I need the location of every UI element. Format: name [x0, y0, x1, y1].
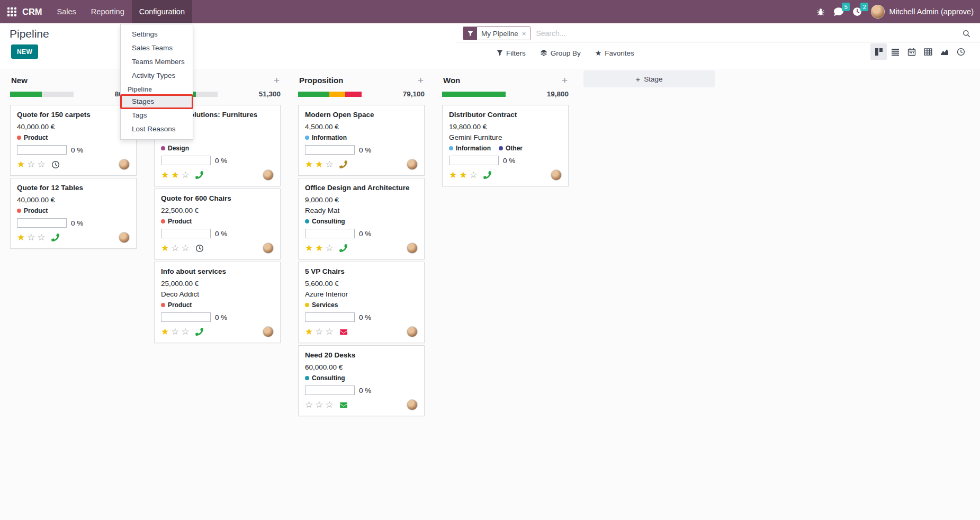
star-icon[interactable]: ☆	[182, 171, 190, 180]
apps-grid-icon[interactable]	[7, 7, 16, 16]
avatar[interactable]	[119, 232, 130, 243]
messages-icon[interactable]: 5	[834, 7, 843, 16]
star-icon[interactable]: ☆	[38, 233, 46, 242]
nav-item-configuration[interactable]: Configuration	[132, 0, 192, 23]
progressbar-segment[interactable]	[10, 92, 42, 97]
view-calendar-button[interactable]	[903, 43, 920, 60]
star-icon[interactable]: ★	[17, 233, 25, 242]
avatar[interactable]	[407, 159, 418, 170]
probability-input[interactable]	[305, 229, 355, 238]
add-stage-button[interactable]: + Stage	[583, 70, 715, 87]
column-progressbar[interactable]	[10, 92, 74, 97]
phone-icon[interactable]	[51, 234, 59, 241]
star-icon[interactable]: ☆	[326, 244, 334, 253]
menu-item-stages[interactable]: Stages	[121, 95, 193, 109]
app-name[interactable]: CRM	[22, 7, 42, 17]
avatar[interactable]	[263, 243, 274, 254]
avatar[interactable]	[263, 326, 274, 337]
probability-input[interactable]	[449, 156, 499, 165]
progressbar-segment[interactable]	[345, 92, 362, 97]
star-icon[interactable]: ☆	[326, 327, 334, 336]
avatar[interactable]	[551, 169, 562, 181]
star-icon[interactable]: ☆	[27, 160, 35, 169]
search-bar[interactable]: My Pipeline ×	[455, 25, 980, 42]
kanban-card[interactable]: Modern Open Space 4,500.00 € Information…	[298, 105, 425, 176]
star-icon[interactable]: ☆	[315, 327, 323, 336]
view-kanban-button[interactable]	[870, 43, 887, 60]
kanban-card[interactable]: Quote for 600 Chairs 22,500.00 € Product…	[154, 189, 281, 259]
star-icon[interactable]: ★	[161, 171, 169, 180]
probability-input[interactable]	[161, 229, 211, 238]
progressbar-segment[interactable]	[329, 92, 345, 97]
phone-icon[interactable]	[339, 160, 347, 168]
star-icon[interactable]: ★	[17, 160, 25, 169]
star-icon[interactable]: ☆	[171, 327, 179, 336]
avatar[interactable]	[119, 159, 130, 170]
kanban-card[interactable]: Distributor Contract 19,800.00 € Gemini …	[442, 105, 569, 186]
probability-input[interactable]	[17, 218, 67, 228]
view-pivot-button[interactable]	[920, 43, 936, 60]
star-icon[interactable]: ★	[315, 244, 323, 253]
favorites-button[interactable]: ★ Favorites	[595, 49, 634, 57]
new-button[interactable]: NEW	[11, 44, 38, 59]
star-icon[interactable]: ★	[449, 171, 457, 180]
phone-icon[interactable]	[483, 171, 491, 179]
star-icon[interactable]: ☆	[470, 171, 478, 180]
group-by-button[interactable]: Group By	[540, 49, 581, 57]
kanban-card[interactable]: Need 20 Desks 60,000.00 € Consulting 0 %…	[298, 345, 425, 416]
probability-input[interactable]	[161, 156, 211, 165]
filters-button[interactable]: Filters	[497, 49, 526, 57]
phone-icon[interactable]	[195, 328, 203, 336]
nav-item-sales[interactable]: Sales	[50, 0, 84, 23]
kanban-card[interactable]: Info about services 25,000.00 € Deco Add…	[154, 262, 281, 343]
clock-icon[interactable]	[51, 160, 60, 169]
menu-item-sales-teams[interactable]: Sales Teams	[121, 41, 193, 55]
star-icon[interactable]: ☆	[326, 400, 334, 409]
star-icon[interactable]: ☆	[315, 400, 323, 409]
menu-item-activity-types[interactable]: Activity Types	[121, 69, 193, 83]
add-record-icon[interactable]: +	[562, 75, 568, 85]
kanban-card[interactable]: Office Design and Architecture 9,000.00 …	[298, 178, 425, 259]
progressbar-segment[interactable]	[442, 92, 506, 97]
clock-icon[interactable]	[195, 244, 204, 253]
probability-input[interactable]	[305, 145, 355, 155]
star-icon[interactable]: ★	[305, 327, 313, 336]
star-icon[interactable]: ☆	[305, 400, 313, 409]
star-icon[interactable]: ★	[161, 327, 169, 336]
star-icon[interactable]: ★	[315, 160, 323, 169]
menu-item-teams-members[interactable]: Teams Members	[121, 55, 193, 69]
star-icon[interactable]: ☆	[38, 160, 46, 169]
star-icon[interactable]: ★	[171, 171, 179, 180]
phone-icon[interactable]	[339, 244, 347, 252]
kanban-card[interactable]: Quote for 12 Tables 40,000.00 € Product …	[10, 178, 137, 249]
view-list-button[interactable]	[887, 43, 903, 60]
probability-input[interactable]	[305, 385, 355, 395]
nav-item-reporting[interactable]: Reporting	[84, 0, 132, 23]
star-icon[interactable]: ★	[459, 171, 467, 180]
avatar[interactable]	[407, 243, 418, 254]
facet-remove-icon[interactable]: ×	[522, 30, 526, 38]
star-icon[interactable]: ☆	[171, 244, 179, 253]
phone-icon[interactable]	[195, 171, 203, 179]
add-record-icon[interactable]: +	[274, 75, 280, 85]
menu-item-lost-reasons[interactable]: Lost Reasons	[121, 122, 193, 136]
probability-input[interactable]	[17, 145, 67, 155]
search-input[interactable]	[536, 29, 963, 38]
search-icon[interactable]	[963, 30, 970, 38]
envelope-icon[interactable]	[339, 401, 348, 409]
star-icon[interactable]: ★	[305, 244, 313, 253]
avatar[interactable]	[407, 326, 418, 337]
star-icon[interactable]: ☆	[326, 160, 334, 169]
view-graph-button[interactable]	[936, 43, 952, 60]
search-facet[interactable]: My Pipeline ×	[463, 26, 531, 40]
star-icon[interactable]: ★	[305, 160, 313, 169]
envelope-icon[interactable]	[339, 328, 348, 336]
star-icon[interactable]: ☆	[27, 233, 35, 242]
kanban-card[interactable]: Quote for 150 carpets 40,000.00 € Produc…	[10, 105, 137, 176]
view-activity-button[interactable]	[952, 43, 969, 60]
probability-input[interactable]	[305, 312, 355, 322]
progressbar-segment[interactable]	[298, 92, 329, 97]
activities-clock-icon[interactable]: 2	[852, 7, 862, 16]
probability-input[interactable]	[161, 312, 211, 322]
column-progressbar[interactable]	[298, 92, 362, 97]
